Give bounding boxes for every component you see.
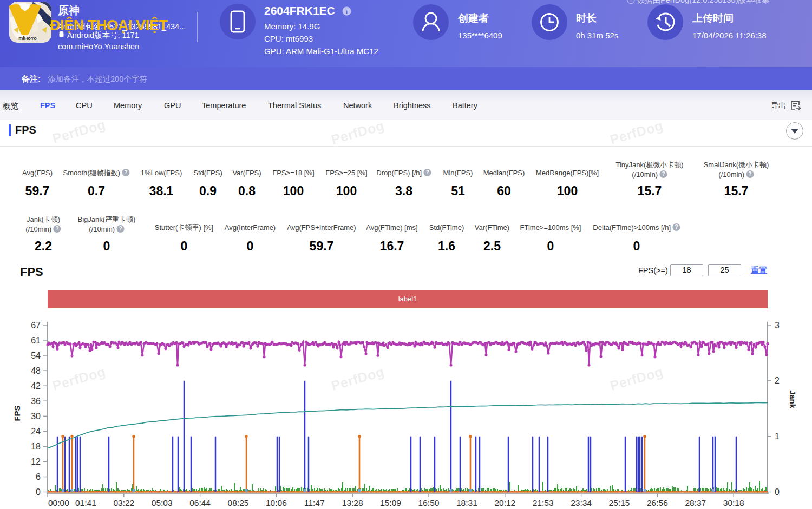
svg-text:48: 48	[31, 366, 41, 375]
svg-text:01:41: 01:41	[75, 498, 96, 507]
svg-text:08:25: 08:25	[228, 498, 249, 507]
svg-text:25:15: 25:15	[609, 498, 630, 507]
svg-text:36: 36	[31, 396, 41, 406]
svg-text:1: 1	[775, 432, 780, 441]
svg-text:18:31: 18:31	[456, 498, 477, 507]
svg-text:61: 61	[31, 336, 41, 345]
svg-text:2: 2	[775, 376, 780, 385]
svg-text:24: 24	[31, 427, 41, 436]
svg-text:3: 3	[775, 321, 780, 330]
svg-text:20:12: 20:12	[494, 498, 515, 507]
svg-text:28:37: 28:37	[685, 498, 706, 507]
svg-text:i: i	[346, 8, 348, 15]
svg-text:03:22: 03:22	[113, 498, 134, 507]
svg-text:6: 6	[36, 472, 41, 481]
svg-text:05:03: 05:03	[152, 498, 173, 507]
svg-text:67: 67	[31, 321, 41, 330]
svg-text:10:06: 10:06	[266, 498, 287, 507]
svg-text:FPS: FPS	[12, 405, 22, 421]
svg-text:Jank: Jank	[788, 390, 797, 409]
svg-text:11:47: 11:47	[304, 498, 325, 507]
svg-text:06:44: 06:44	[189, 498, 211, 507]
svg-text:16:50: 16:50	[418, 498, 440, 507]
svg-text:12: 12	[31, 457, 41, 466]
svg-text:18: 18	[31, 442, 41, 451]
svg-text:21:53: 21:53	[533, 498, 554, 507]
svg-text:0: 0	[775, 487, 780, 497]
svg-text:54: 54	[31, 351, 41, 360]
svg-text:30: 30	[31, 412, 41, 421]
svg-text:00:00: 00:00	[48, 498, 69, 507]
svg-text:miHoYo: miHoYo	[18, 36, 37, 41]
svg-text:26:56: 26:56	[647, 498, 668, 507]
svg-text:15:09: 15:09	[380, 498, 401, 507]
svg-text:13:28: 13:28	[342, 498, 363, 507]
svg-text:0: 0	[36, 487, 41, 497]
svg-text:30:18: 30:18	[723, 498, 744, 507]
svg-text:23:34: 23:34	[571, 498, 592, 507]
svg-text:42: 42	[31, 381, 41, 391]
